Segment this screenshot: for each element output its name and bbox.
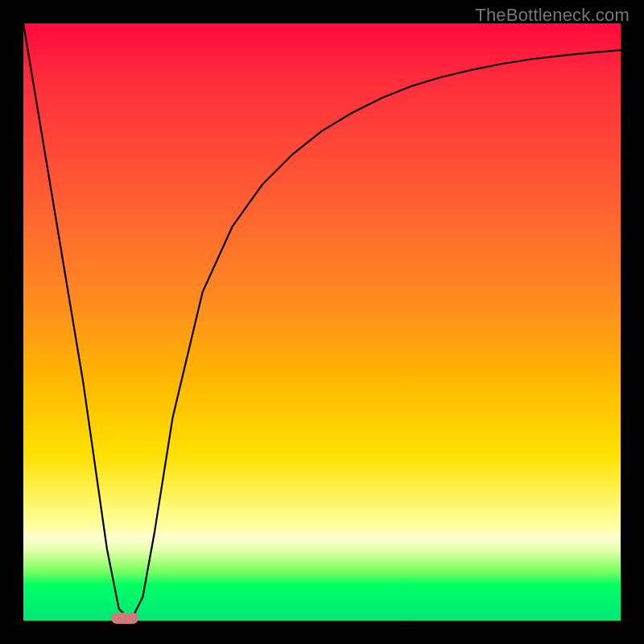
watermark-text: TheBottleneck.com (475, 5, 630, 26)
plot-area (23, 23, 621, 621)
chart-frame: TheBottleneck.com (0, 0, 644, 644)
bottleneck-curve (23, 23, 621, 621)
valley-marker (111, 613, 138, 624)
